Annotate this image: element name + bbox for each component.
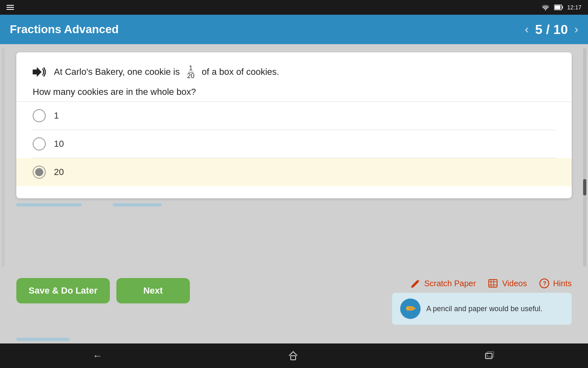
bottom-scroll-hints xyxy=(0,336,588,343)
hints-label: Hints xyxy=(553,279,572,288)
option-label-2: 10 xyxy=(54,139,64,149)
question-progress: 5 / 10 xyxy=(535,22,568,37)
scratch-paper-label: Scratch Paper xyxy=(424,279,476,288)
home-button[interactable] xyxy=(287,350,299,361)
question-subtext: How many cookies are in the whole box? xyxy=(33,87,555,97)
back-button[interactable]: ← xyxy=(93,350,102,361)
scrollbar-thumb[interactable] xyxy=(583,179,586,195)
pencil-icon xyxy=(410,278,421,289)
action-buttons: Scratch Paper Videos ? Hints xyxy=(392,278,572,325)
tip-box: ✏ A pencil and paper would be useful. xyxy=(392,293,572,325)
main-area: At Carlo's Bakery, one cookie is 1 20 of… xyxy=(0,44,588,271)
videos-label: Videos xyxy=(502,279,527,288)
next-question-button[interactable]: › xyxy=(575,23,578,36)
prev-question-button[interactable]: ‹ xyxy=(525,23,528,36)
option-1[interactable]: 1 xyxy=(33,102,555,130)
bottom-bar: Save & Do Later Next Scratch Paper xyxy=(0,271,588,336)
status-bar-left xyxy=(7,5,14,10)
tip-icon-circle: ✏ xyxy=(400,298,421,319)
question-text-part2: of a box of cookies. xyxy=(202,66,279,79)
header-bar: Fractions Advanced ‹ 5 / 10 › xyxy=(0,15,588,44)
svg-rect-1 xyxy=(555,6,560,9)
pencil-tip-icon: ✏ xyxy=(406,302,415,316)
scroll-indicator-2 xyxy=(113,203,162,206)
radio-2[interactable] xyxy=(33,137,46,150)
question-text-part1: At Carlo's Bakery, one cookie is xyxy=(54,66,180,79)
battery-icon xyxy=(554,4,563,10)
scroll-indicator-1 xyxy=(16,203,82,206)
radio-1[interactable] xyxy=(33,109,46,122)
svg-rect-13 xyxy=(486,353,492,359)
option-3[interactable]: 20 xyxy=(16,158,572,186)
hints-icon: ? xyxy=(539,278,550,289)
bottom-scroll-1 xyxy=(16,338,69,341)
save-later-button[interactable]: Save & Do Later xyxy=(16,278,110,303)
svg-rect-3 xyxy=(33,70,37,74)
nav-controls: ‹ 5 / 10 › xyxy=(525,22,578,37)
svg-rect-5 xyxy=(489,280,497,287)
svg-marker-4 xyxy=(37,67,42,77)
button-group: Save & Do Later Next xyxy=(16,278,190,303)
status-bar: 12:17 xyxy=(0,0,588,15)
radio-inner-3 xyxy=(35,168,43,176)
left-scrollbar xyxy=(2,48,5,267)
tip-text: A pencil and paper would be useful. xyxy=(426,305,542,313)
radio-3[interactable] xyxy=(33,166,46,179)
question-card: At Carlo's Bakery, one cookie is 1 20 of… xyxy=(16,52,572,198)
next-button[interactable]: Next xyxy=(116,278,190,303)
svg-rect-14 xyxy=(487,352,494,357)
menu-icon xyxy=(7,5,14,10)
option-label-3: 20 xyxy=(54,167,64,177)
clock-time: 12:17 xyxy=(567,4,581,11)
action-row: Scratch Paper Videos ? Hints xyxy=(410,278,572,289)
wifi-icon xyxy=(541,4,550,11)
video-icon xyxy=(488,278,499,289)
recents-button[interactable] xyxy=(484,351,495,361)
svg-rect-2 xyxy=(562,6,563,9)
svg-text:?: ? xyxy=(543,280,547,287)
android-nav-bar: ← xyxy=(0,343,588,368)
svg-rect-12 xyxy=(291,356,296,360)
question-text: At Carlo's Bakery, one cookie is 1 20 of… xyxy=(33,65,555,79)
audio-button[interactable] xyxy=(33,66,47,78)
page-title: Fractions Advanced xyxy=(10,23,119,36)
fraction-display: 1 20 xyxy=(186,65,195,79)
option-2[interactable]: 10 xyxy=(33,130,555,158)
videos-button[interactable]: Videos xyxy=(488,278,527,289)
hints-button[interactable]: ? Hints xyxy=(539,278,572,289)
scratch-paper-button[interactable]: Scratch Paper xyxy=(410,278,476,289)
option-label-1: 1 xyxy=(54,110,59,121)
scrollbar-track xyxy=(583,48,586,267)
status-bar-right: 12:17 xyxy=(541,4,581,11)
